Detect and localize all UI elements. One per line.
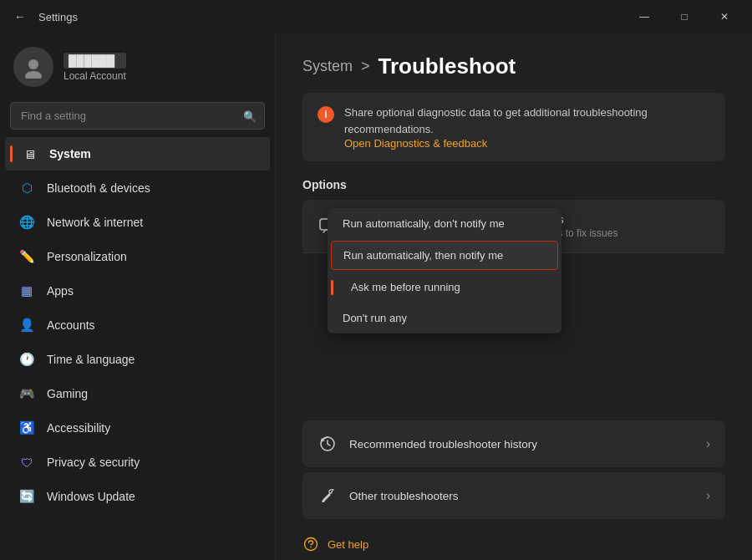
other-title: Other troubleshooters	[349, 490, 694, 502]
close-button[interactable]: ✕	[705, 3, 744, 30]
network-icon: 🌐	[18, 214, 35, 231]
diagnostics-link[interactable]: Open Diagnostics & feedback	[344, 137, 710, 150]
history-card: Recommended troubleshooter history ›	[302, 420, 725, 467]
sidebar-item-label: Personalization	[47, 250, 127, 263]
other-troubleshooters-row[interactable]: Other troubleshooters ›	[302, 472, 725, 519]
get-help-link[interactable]: Get help	[302, 536, 725, 552]
dropdown-item-1[interactable]: Run automatically, then notify me	[331, 241, 558, 270]
sidebar-item-label: Time & language	[47, 353, 135, 366]
sidebar: ██████ Local Account 🔍 🖥 System ⬡ Blueto…	[0, 33, 276, 560]
info-banner: i Share optional diagnostic data to get …	[302, 93, 725, 161]
titlebar: ← Settings — □ ✕	[0, 0, 752, 33]
dropdown-item-3[interactable]: Don't run any	[328, 303, 561, 333]
privacy-icon: 🛡	[18, 454, 35, 471]
sidebar-item-windows-update[interactable]: 🔄 Windows Update	[5, 480, 270, 513]
other-content: Other troubleshooters	[349, 490, 694, 502]
accessibility-icon: ♿	[18, 420, 35, 436]
sidebar-item-label: System	[49, 147, 91, 160]
gaming-icon: 🎮	[18, 385, 35, 402]
sidebar-item-gaming[interactable]: 🎮 Gaming	[5, 377, 270, 410]
svg-point-0	[28, 59, 38, 69]
get-help-label: Get help	[328, 538, 368, 551]
dropdown-item-0[interactable]: Run automatically, don't notify me	[328, 208, 561, 239]
history-icon	[318, 434, 338, 454]
user-type: Local Account	[64, 70, 126, 82]
sidebar-item-label: Windows Update	[47, 490, 135, 503]
active-bar-icon	[331, 280, 333, 295]
avatar	[13, 47, 53, 87]
active-indicator	[10, 145, 13, 162]
sidebar-item-time[interactable]: 🕐 Time & language	[5, 343, 270, 376]
svg-point-6	[310, 547, 312, 548]
other-chevron-icon: ›	[706, 488, 710, 503]
sidebar-item-label: Network & internet	[47, 216, 143, 229]
sidebar-item-accessibility[interactable]: ♿ Accessibility	[5, 411, 270, 445]
sidebar-item-bluetooth[interactable]: ⬡ Bluetooth & devices	[5, 171, 270, 205]
window-controls: — □ ✕	[625, 3, 744, 30]
breadcrumb: System > Troubleshoot	[302, 53, 725, 79]
maximize-button[interactable]: □	[665, 3, 704, 30]
history-content: Recommended troubleshooter history	[349, 438, 694, 451]
username: ██████	[64, 53, 126, 69]
search-icon: 🔍	[243, 109, 257, 122]
user-info: ██████ Local Account	[64, 53, 126, 82]
search-input[interactable]	[10, 102, 265, 130]
sidebar-item-apps[interactable]: ▦ Apps	[5, 274, 270, 308]
app-container: ██████ Local Account 🔍 🖥 System ⬡ Blueto…	[0, 33, 752, 560]
accounts-icon: 👤	[18, 317, 35, 333]
other-troubleshooters-card: Other troubleshooters ›	[302, 472, 725, 519]
minimize-button[interactable]: —	[625, 3, 663, 30]
sidebar-item-privacy[interactable]: 🛡 Privacy & security	[5, 445, 270, 479]
wrench-icon	[318, 486, 338, 506]
history-row[interactable]: Recommended troubleshooter history ›	[302, 420, 725, 467]
history-title: Recommended troubleshooter history	[349, 438, 694, 451]
dropdown-item-label: Run automatically, don't notify me	[343, 217, 505, 230]
windows-update-icon: 🔄	[18, 488, 35, 505]
sidebar-item-network[interactable]: 🌐 Network & internet	[5, 206, 270, 239]
personalization-icon: ✏️	[18, 248, 35, 265]
breadcrumb-parent: System	[302, 58, 353, 75]
bottom-links: Get help Give feedback	[302, 536, 725, 560]
breadcrumb-separator: >	[361, 58, 370, 75]
dropdown-item-label: Run automatically, then notify me	[343, 249, 503, 262]
info-icon: i	[318, 106, 334, 123]
time-icon: 🕐	[18, 351, 35, 368]
sidebar-item-accounts[interactable]: 👤 Accounts	[5, 308, 270, 342]
dropdown-menu: Run automatically, don't notify me Run a…	[328, 208, 561, 333]
back-button[interactable]: ←	[8, 5, 32, 28]
sidebar-item-label: Apps	[47, 284, 74, 298]
sidebar-item-label: Accessibility	[47, 421, 110, 435]
svg-point-1	[25, 71, 42, 79]
bluetooth-icon: ⬡	[18, 180, 35, 196]
dropdown-item-label: Don't run any	[343, 312, 407, 324]
history-chevron-icon: ›	[706, 436, 710, 451]
user-section: ██████ Local Account	[0, 33, 275, 95]
dropdown-item-2[interactable]: Ask me before running	[328, 272, 561, 303]
apps-icon: ▦	[18, 283, 35, 299]
sidebar-item-label: Gaming	[47, 387, 88, 400]
dropdown-item-label: Ask me before running	[351, 281, 460, 293]
sidebar-item-label: Privacy & security	[47, 456, 140, 469]
system-icon: 🖥	[21, 145, 38, 162]
info-text: Share optional diagnostic data to get ad…	[344, 104, 710, 137]
sidebar-item-personalization[interactable]: ✏️ Personalization	[5, 240, 270, 273]
svg-point-4	[323, 501, 325, 502]
sidebar-item-label: Accounts	[47, 318, 95, 332]
recommended-preferences-card: Recommended troubleshooter preferences W…	[302, 200, 725, 253]
app-title: Settings	[38, 11, 78, 23]
get-help-icon	[302, 536, 319, 552]
page-title: Troubleshoot	[379, 53, 516, 79]
nav-list: 🖥 System ⬡ Bluetooth & devices 🌐 Network…	[0, 136, 275, 514]
sidebar-item-system[interactable]: 🖥 System	[5, 137, 270, 171]
options-title: Options	[302, 178, 725, 191]
info-content: Share optional diagnostic data to get ad…	[344, 104, 710, 150]
search-bar: 🔍	[10, 102, 265, 130]
main-content: System > Troubleshoot i Share optional d…	[276, 33, 752, 560]
sidebar-item-label: Bluetooth & devices	[47, 181, 150, 195]
